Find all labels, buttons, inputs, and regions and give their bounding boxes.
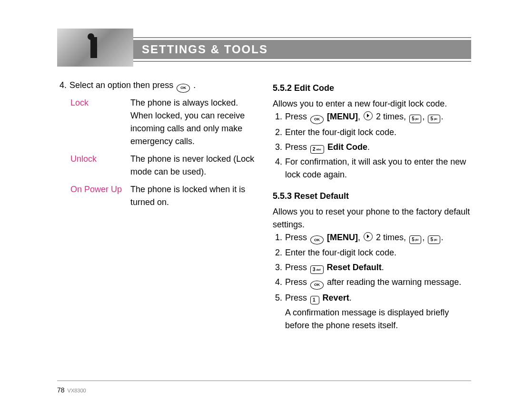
edit-code-label: Edit Code [327,142,367,152]
sec553-step-5-tail: A confirmation message is displayed brie… [285,306,471,332]
header-rule-top [133,37,471,38]
key-1-icon: 1 [310,296,319,304]
step-number: 4. [57,79,67,93]
page-title: SETTINGS & TOOLS [133,43,268,56]
sec553-step-2: 2. Enter the four-digit lock code. [273,246,471,259]
ok-key-icon: OK [177,84,190,93]
footer-rule [57,381,471,381]
option-row-unlock: Unlock The phone is never locked (Lock m… [70,153,256,183]
header-bar: SETTINGS & TOOLS [133,40,471,59]
header-rule-bottom [133,61,471,62]
ok-key-icon: OK [310,281,324,290]
key-5-icon: 5jkl [409,115,421,123]
menu-label: [MENU] [327,233,358,242]
option-row-lock: Lock The phone is always locked. When lo… [70,97,256,153]
sec553-step-1: 1. Press OK [MENU], 2 times, 5jkl, 5jkl. [273,231,471,245]
page-number: 78 [57,386,65,394]
right-column: 5.5.2 Edit Code Allows you to enter a ne… [273,79,471,334]
section-heading-553: 5.5.3 Reset Default [273,190,471,203]
content-columns: 4. Select an option then press OK . Lock… [57,79,471,334]
reset-default-label: Reset Default [327,263,382,272]
model-label: VX8300 [68,388,86,393]
sec552-step-2: 2. Enter the four-digit lock code. [273,126,471,139]
section-553-intro: Allows you to reset your phone to the fa… [273,205,471,231]
page-footer: 78 VX8300 [57,386,86,394]
sec552-step-4: 4. For confirmation, it will ask you to … [273,156,471,181]
ok-key-icon: OK [310,115,324,124]
key-5-icon: 5jkl [428,115,440,123]
option-desc: The phone is always locked. When locked,… [130,97,256,153]
key-5-icon: 5jkl [428,235,440,244]
option-name: On Power Up [70,183,130,214]
left-column: 4. Select an option then press OK . Lock… [57,79,256,334]
key-2-icon: 2abc [310,145,324,154]
key-5-icon: 5jkl [409,235,421,244]
sec553-step-4: 4. Press OK after reading the warning me… [273,276,471,290]
option-desc: The phone is never locked (Lock mode can… [130,153,256,183]
header-decorative-image [57,29,133,67]
option-name: Lock [70,97,130,153]
sec552-step-1: 1. Press OK [MENU], 2 times, 5jkl, 5jkl. [273,110,471,124]
options-table: Lock The phone is always locked. When lo… [70,97,256,214]
step-4: 4. Select an option then press OK . [57,79,256,93]
option-name: Unlock [70,153,130,183]
option-row-onpowerup: On Power Up The phone is locked when it … [70,183,256,214]
sec553-step-5: 5. Press 1 Revert. [273,292,471,304]
right-arrow-key-icon [364,111,373,120]
section-heading-552: 5.5.2 Edit Code [273,82,471,95]
step-4-text: Select an option then press [69,80,173,90]
option-desc: The phone is locked when it is turned on… [130,183,256,214]
section-552-intro: Allows you to enter a new four-digit loc… [273,98,471,110]
right-arrow-key-icon [364,232,373,241]
revert-label: Revert [323,293,349,303]
key-3-icon: 3def [310,265,324,274]
sec553-step-3: 3. Press 3def Reset Default. [273,261,471,274]
ok-key-icon: OK [310,235,324,244]
sec552-step-3: 3. Press 2abc Edit Code. [273,141,471,154]
header-band: SETTINGS & TOOLS [57,29,471,67]
menu-label: [MENU] [327,112,358,121]
